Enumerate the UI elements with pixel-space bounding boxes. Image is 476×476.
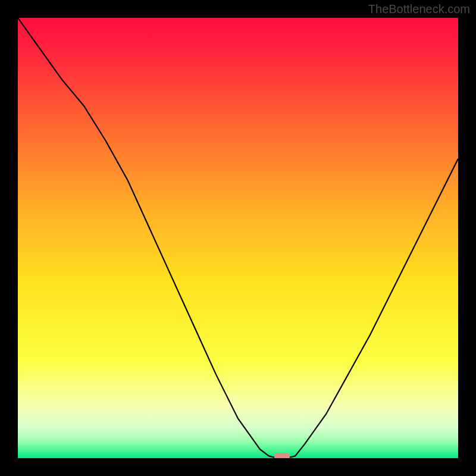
bottleneck-chart <box>18 18 458 458</box>
gradient-background <box>18 18 458 458</box>
optimal-marker <box>274 453 290 458</box>
chart-svg <box>18 18 458 458</box>
watermark-label: TheBottleneck.com <box>368 2 470 16</box>
